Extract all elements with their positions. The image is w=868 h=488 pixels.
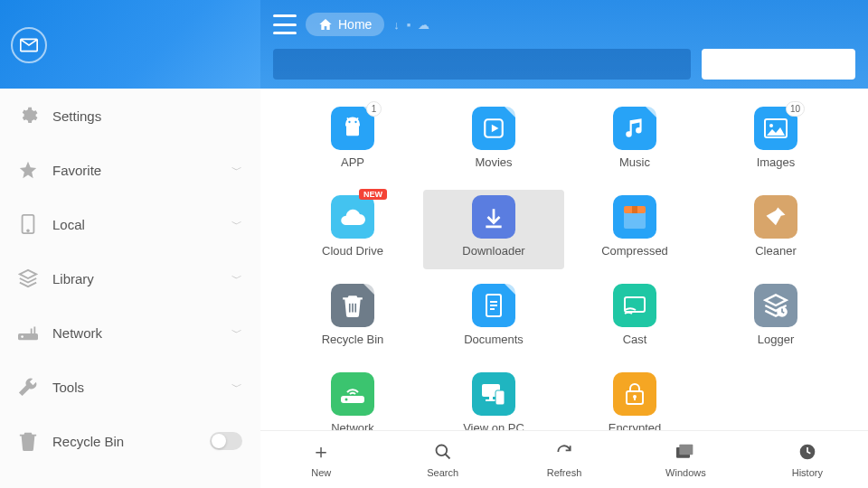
tile-downloader[interactable]: Downloader: [423, 190, 564, 269]
svg-rect-26: [486, 399, 496, 401]
bottombar: ＋ New Search Refresh Windows History: [260, 430, 868, 488]
tile-label: Downloader: [462, 244, 524, 258]
sidebar-hero: [0, 0, 260, 89]
chevron-down-icon: ﹀: [231, 380, 242, 395]
svg-rect-34: [680, 444, 693, 455]
cloud-icon: NEW: [331, 195, 374, 239]
bottom-new[interactable]: ＋ New: [260, 431, 382, 488]
sidebar-item-recycle-bin[interactable]: Recycle Bin: [0, 414, 260, 468]
tile-label: Logger: [758, 333, 794, 346]
svg-rect-27: [495, 390, 505, 405]
tile-label: Cloud Drive: [322, 244, 383, 258]
tile-encrypted[interactable]: Encrypted: [564, 367, 705, 430]
bottom-refresh[interactable]: Refresh: [504, 431, 625, 488]
gear-icon: [18, 106, 38, 126]
breadcrumb-home[interactable]: Home: [306, 13, 384, 36]
home-grid: 1APPMoviesMusic10ImagesNEWCloud DriveDow…: [260, 89, 868, 430]
banner-left[interactable]: [273, 49, 691, 80]
sidebar-item-library[interactable]: Library ﹀: [0, 251, 260, 305]
tile-label: APP: [341, 155, 364, 169]
star-icon: [18, 160, 38, 180]
refresh-icon: [554, 442, 574, 462]
header-icons: ↓ ▪ ☁: [393, 18, 429, 32]
sidebar-label: Library: [52, 271, 231, 286]
svg-rect-12: [632, 206, 637, 213]
lock-icon: [613, 372, 656, 416]
home-icon: [318, 17, 333, 32]
header-banner: [273, 49, 855, 80]
tile-music[interactable]: Music: [564, 101, 705, 181]
sidebar-item-tools[interactable]: Tools ﹀: [0, 360, 260, 414]
sidebar-label: Local: [52, 217, 231, 232]
tile-logger[interactable]: Logger: [705, 278, 846, 358]
download-icon: [472, 195, 515, 239]
tile-label: Images: [757, 155, 796, 169]
trash-white-icon: [331, 284, 374, 327]
sidebar-label: Network: [52, 325, 231, 341]
svg-point-5: [348, 121, 350, 123]
svg-point-9: [769, 124, 773, 127]
tile-label: Music: [619, 155, 650, 169]
note-icon: [613, 107, 656, 150]
tile-network[interactable]: Network: [282, 367, 423, 430]
recycle-bin-toggle[interactable]: [210, 432, 242, 450]
tile-recycle-bin[interactable]: Recycle Bin: [282, 278, 423, 358]
tile-label: Movies: [475, 155, 512, 169]
clock-icon: [797, 442, 817, 462]
svg-point-6: [354, 121, 356, 123]
tile-images[interactable]: 10Images: [705, 101, 846, 181]
sidebar-label: Settings: [52, 108, 242, 124]
chevron-down-icon: ﹀: [231, 271, 242, 286]
sidebar-item-local[interactable]: Local ﹀: [0, 197, 260, 251]
content-area: 1APPMoviesMusic10ImagesNEWCloud DriveDow…: [260, 89, 868, 430]
banner-button[interactable]: [702, 49, 855, 80]
badge: 1: [366, 101, 382, 117]
new-flag: NEW: [359, 189, 387, 200]
bottom-label: Refresh: [547, 467, 582, 478]
sidebar-item-settings[interactable]: Settings: [0, 89, 260, 143]
router-icon: [18, 323, 38, 343]
tile-view-on-pc[interactable]: View on PC: [423, 367, 564, 430]
square-icon[interactable]: ▪: [407, 18, 411, 32]
cloud-icon[interactable]: ☁: [418, 18, 429, 32]
tile-label: Cast: [623, 333, 647, 346]
tile-label: Cleaner: [755, 244, 797, 258]
bottom-history[interactable]: History: [747, 431, 868, 488]
bottom-search[interactable]: Search: [382, 431, 503, 488]
svg-point-23: [345, 399, 348, 401]
tile-label: Recycle Bin: [322, 333, 384, 346]
chevron-down-icon: ﹀: [231, 163, 242, 178]
tile-cleaner[interactable]: Cleaner: [705, 190, 846, 269]
plus-icon: ＋: [311, 442, 331, 462]
topbar: Home ↓ ▪ ☁: [260, 0, 868, 49]
tile-app[interactable]: 1APP: [282, 101, 423, 181]
sidebar-item-favorite[interactable]: Favorite ﹀: [0, 143, 260, 197]
bottom-windows[interactable]: Windows: [625, 431, 746, 488]
menu-button[interactable]: [273, 14, 297, 34]
svg-point-3: [21, 335, 24, 338]
image-icon: 10: [754, 107, 797, 150]
svg-rect-30: [634, 397, 636, 400]
tile-cast[interactable]: Cast: [564, 278, 705, 358]
tile-documents[interactable]: Documents: [423, 278, 564, 358]
trash-icon: [18, 431, 38, 451]
down-arrow-icon[interactable]: ↓: [393, 18, 400, 32]
log-icon: [754, 284, 797, 327]
sidebar-item-network[interactable]: Network ﹀: [0, 305, 260, 360]
tile-compressed[interactable]: Compressed: [564, 190, 705, 269]
mail-icon[interactable]: [11, 27, 47, 63]
sidebar-label: Tools: [52, 380, 231, 395]
tile-cloud-drive[interactable]: NEWCloud Drive: [282, 190, 423, 269]
svg-rect-22: [341, 396, 364, 403]
pc-icon: [472, 372, 515, 416]
bottom-label: History: [792, 467, 823, 478]
sidebar-label: Recycle Bin: [52, 434, 210, 449]
android-icon: 1: [331, 107, 374, 150]
tile-label: Network: [331, 421, 374, 430]
bottom-label: New: [311, 467, 331, 478]
chevron-down-icon: ﹀: [231, 217, 242, 232]
svg-rect-25: [489, 397, 493, 399]
wrench-icon: [18, 377, 38, 397]
header: Home ↓ ▪ ☁: [260, 0, 868, 89]
tile-movies[interactable]: Movies: [423, 101, 564, 181]
